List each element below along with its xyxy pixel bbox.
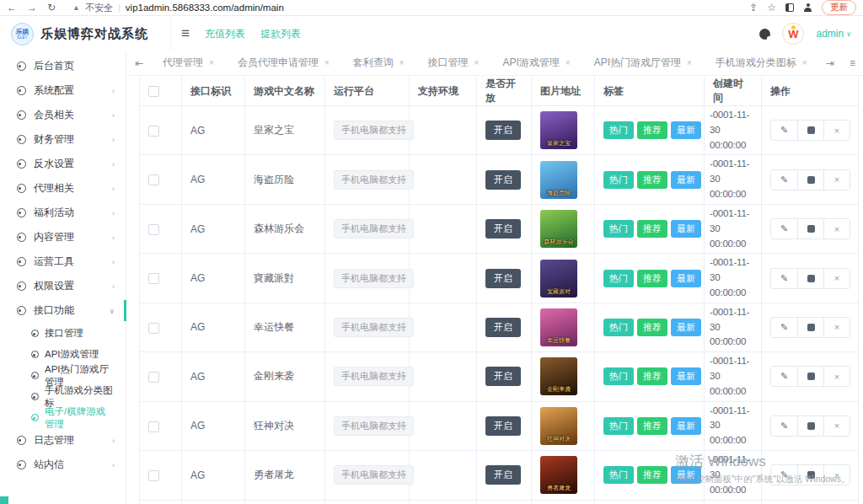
sidebar-item[interactable]: 财务管理 ›: [0, 127, 126, 152]
tab-close-icon[interactable]: ×: [209, 58, 214, 67]
sidebar-item[interactable]: 后台首页: [0, 54, 126, 78]
detail-button[interactable]: [797, 219, 823, 239]
open-toggle-button[interactable]: 开启: [485, 416, 521, 436]
open-toggle-button[interactable]: 开启: [485, 121, 521, 140]
open-toggle-button[interactable]: 开启: [485, 367, 521, 386]
header-nav-link[interactable]: 提款列表: [260, 27, 301, 41]
open-toggle-button[interactable]: 开启: [485, 170, 521, 190]
sidebar-item[interactable]: API热门游戏厅管理: [0, 365, 126, 386]
open-toggle-button[interactable]: 开启: [485, 318, 521, 337]
sidebar-item[interactable]: 接口功能 ∨: [0, 298, 126, 323]
sidebar-item[interactable]: 运营工具 ›: [0, 249, 126, 274]
game-name: 狂神对决: [254, 420, 294, 432]
theme-icon[interactable]: [759, 29, 770, 40]
tab[interactable]: API热门游戏厅管理 ×: [582, 51, 704, 75]
back-icon[interactable]: ←: [7, 2, 17, 13]
row-checkbox[interactable]: [148, 126, 159, 137]
tab-close-icon[interactable]: ×: [399, 58, 405, 67]
detail-button[interactable]: [797, 269, 823, 288]
detail-button[interactable]: [797, 367, 823, 386]
sidebar-item[interactable]: 内容管理 ›: [0, 225, 126, 249]
address-bar[interactable]: ▲ 不安全 | vip1admin.5868333.com/admin/main: [72, 2, 284, 14]
sidebar-item[interactable]: 福利活动 ›: [0, 201, 126, 225]
sidebar-item[interactable]: 系统配置 ›: [0, 78, 126, 103]
delete-button[interactable]: ×: [823, 170, 850, 190]
scroll-tabs-right-icon[interactable]: ⇥: [818, 57, 842, 69]
row-checkbox[interactable]: [148, 273, 159, 284]
tab-close-icon[interactable]: ×: [687, 58, 692, 67]
side-panel-icon[interactable]: [785, 3, 794, 12]
tab-options-icon[interactable]: ≡: [842, 57, 863, 69]
sidebar-item[interactable]: 会员相关 ›: [0, 103, 126, 127]
sidebar-item[interactable]: 代理相关 ›: [0, 176, 126, 201]
collapse-menu-icon[interactable]: ≡: [181, 25, 190, 42]
delete-button[interactable]: ×: [823, 219, 850, 239]
sidebar-item[interactable]: 电子/棋牌游戏管理: [0, 407, 126, 428]
detail-button[interactable]: [797, 121, 823, 140]
row-checkbox[interactable]: [148, 421, 159, 432]
tab-close-icon[interactable]: ×: [802, 58, 807, 67]
edit-button[interactable]: ✎: [771, 416, 797, 436]
row-checkbox[interactable]: [148, 372, 159, 383]
edit-button[interactable]: ✎: [771, 219, 797, 239]
open-toggle-button[interactable]: 开启: [485, 269, 521, 288]
delete-button[interactable]: ×: [823, 465, 850, 485]
sidebar-item[interactable]: 权限设置 ›: [0, 274, 126, 298]
open-toggle-button[interactable]: 开启: [485, 219, 521, 239]
bookmark-star-icon[interactable]: ☆: [767, 2, 776, 13]
edit-button[interactable]: ✎: [771, 367, 797, 386]
delete-button[interactable]: ×: [823, 269, 850, 288]
header-nav-link[interactable]: 充值列表: [205, 27, 245, 41]
tab[interactable]: 接口管理 ×: [416, 51, 491, 75]
tab[interactable]: API游戏管理 ×: [490, 51, 582, 75]
tab-close-icon[interactable]: ×: [566, 58, 571, 67]
tags-cell: 热门推荐最新: [595, 500, 705, 504]
row-checkbox[interactable]: [148, 224, 159, 235]
delete-button[interactable]: ×: [823, 416, 850, 436]
edit-button[interactable]: ✎: [771, 121, 797, 140]
select-all-checkbox[interactable]: [148, 86, 159, 97]
sidebar-item[interactable]: 手机游戏分类图标: [0, 386, 126, 407]
tags-cell: 热门推荐最新: [595, 155, 705, 204]
row-checkbox[interactable]: [148, 323, 159, 334]
avatar[interactable]: W: [782, 23, 804, 45]
detail-button[interactable]: [797, 170, 823, 190]
delete-button[interactable]: ×: [823, 367, 850, 386]
sidebar-item[interactable]: 接口管理: [0, 323, 126, 344]
sidebar-item-label: API游戏管理: [45, 348, 99, 361]
platform-tag: 手机电脑都支持: [334, 465, 414, 485]
scroll-tabs-left-icon[interactable]: ⇤: [127, 57, 151, 69]
detail-button[interactable]: [797, 318, 823, 337]
browser-update-button[interactable]: 更新: [822, 0, 856, 15]
sidebar-item[interactable]: API游戏管理: [0, 344, 126, 365]
interface-id: AG: [190, 272, 205, 284]
admin-menu[interactable]: admin ∨: [816, 28, 851, 40]
forward-icon[interactable]: →: [27, 2, 37, 13]
reload-icon[interactable]: ↻: [47, 2, 56, 13]
delete-button[interactable]: ×: [823, 318, 850, 337]
tab-close-icon[interactable]: ×: [324, 58, 330, 67]
tab[interactable]: 套利查询 ×: [341, 51, 416, 75]
row-checkbox[interactable]: [148, 470, 159, 481]
sidebar-item[interactable]: 站内信 ›: [0, 453, 126, 477]
browser-profile-icon[interactable]: [803, 3, 812, 13]
edit-button[interactable]: ✎: [771, 318, 797, 337]
edit-button[interactable]: ✎: [771, 465, 797, 485]
detail-button[interactable]: [797, 416, 823, 436]
detail-button[interactable]: [797, 465, 823, 485]
sidebar-item[interactable]: 反水设置 ›: [0, 152, 126, 176]
delete-button[interactable]: ×: [823, 121, 850, 140]
tab[interactable]: 会员代理申请管理 ×: [226, 51, 341, 75]
table-row: AG 金刚来袭 手机电脑都支持 开启 金刚来袭 热门推荐最新: [140, 352, 859, 401]
tab-close-icon[interactable]: ×: [474, 58, 480, 67]
tab-label: API游戏管理: [502, 56, 559, 70]
tab[interactable]: 手机游戏分类图标 ×: [704, 51, 818, 75]
row-checkbox[interactable]: [148, 174, 159, 185]
edit-button[interactable]: ✎: [771, 269, 797, 288]
share-icon[interactable]: ⇪: [749, 2, 758, 13]
open-toggle-button[interactable]: 开启: [485, 465, 521, 485]
sidebar-item[interactable]: 日志管理 ›: [0, 428, 126, 453]
edit-button[interactable]: ✎: [771, 170, 797, 190]
tab[interactable]: 代理管理 ×: [151, 51, 226, 75]
sidebar-item-label: 电子/棋牌游戏管理: [45, 405, 115, 431]
